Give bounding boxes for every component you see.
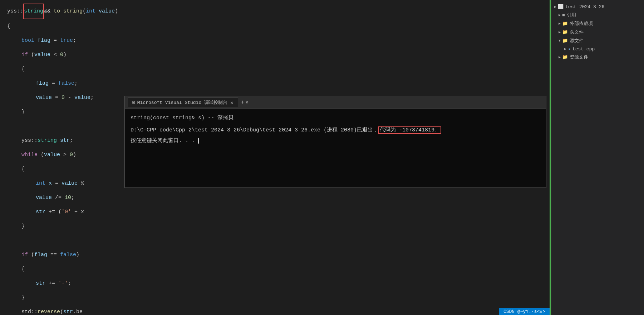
sidebar-item-references[interactable]: ▶ ■ 引用: [551, 11, 644, 19]
code-token: ==: [47, 248, 60, 262]
code-token: >: [60, 148, 70, 162]
code-token: ;: [90, 91, 94, 105]
sidebar-item-label-project: test 2024 3 26: [565, 4, 604, 10]
code-token: if: [21, 48, 28, 62]
sidebar-item-resource-files[interactable]: ▶ 📁 资源文件: [551, 53, 644, 61]
sidebar-item-project[interactable]: ▶ ⬜ test 2024 3 26: [551, 3, 644, 11]
code-token: value: [34, 48, 50, 62]
console-text-line3: 按任意键关闭此窗口. . .: [131, 138, 195, 144]
sidebar-item-label-source-files: 源文件: [570, 38, 584, 44]
code-token: ;: [68, 276, 71, 291]
console-exit-code: 代码为 -1073741819。: [378, 126, 441, 134]
code-token: -: [65, 91, 74, 105]
code-token: false: [60, 248, 76, 262]
code-panel: yss::string&& to_string(int value) { boo…: [0, 0, 550, 315]
sidebar-item-external-deps[interactable]: ▶ 📁 外部依赖项: [551, 19, 644, 28]
console-text-line1: string(const string& s) -- 深拷贝: [131, 115, 233, 121]
code-token: [45, 176, 49, 191]
code-token: str: [36, 205, 45, 219]
sidebar-item-source-files[interactable]: ▼ 📁 源文件: [551, 36, 644, 45]
code-token: reverse: [38, 305, 60, 315]
project-icon: ⬜: [558, 4, 564, 10]
code-line-6: flag = false;: [0, 76, 550, 91]
code-token: [57, 134, 60, 148]
code-token: }: [21, 105, 25, 119]
code-line-16: }: [0, 219, 550, 234]
code-line-4: if (value < 0): [0, 48, 550, 62]
code-line-2: {: [0, 19, 550, 34]
code-token: =: [52, 91, 62, 105]
solution-tree: ▶ ⬜ test 2024 3 26 ▶ ■ 引用 ▶ 📁 外部依赖项 ▶ 📁 …: [551, 0, 644, 64]
code-token: 0: [62, 91, 65, 105]
code-token: string: [38, 134, 57, 148]
sidebar-item-header-files[interactable]: ▶ 📁 头文件: [551, 28, 644, 36]
code-line-empty2: [0, 234, 550, 248]
chevron-right-icon: ▶: [554, 5, 556, 9]
console-dropdown-button[interactable]: ∨: [246, 100, 248, 105]
code-line-22: std::reverse(str.be: [0, 305, 550, 315]
code-token: ): [76, 248, 79, 262]
code-token: ): [115, 4, 118, 19]
code-token: std::: [21, 305, 38, 315]
code-token: (: [38, 148, 44, 162]
sidebar-item-test-cpp[interactable]: ▶ ✦ test.cpp: [551, 45, 644, 53]
code-token: bool: [21, 34, 34, 48]
code-token: value: [99, 4, 115, 19]
code-token: &&: [44, 4, 54, 19]
code-token: 0: [70, 148, 73, 162]
console-text-line2-prefix: D:\C-CPP_code\Cpp_2\test_2024_3_26\Debug…: [131, 127, 378, 133]
code-token: (: [28, 48, 34, 62]
console-cursor: [198, 138, 199, 144]
console-window: ⊡ Microsoft Visual Studio 调试控制台 ✕ + ∨ st…: [124, 96, 546, 188]
code-token: int: [36, 176, 45, 191]
code-token: }: [21, 291, 25, 305]
chevron-right-icon: ▶: [559, 30, 561, 34]
chevron-right-icon: ▶: [559, 21, 561, 26]
code-token: =: [49, 76, 58, 91]
code-token: value: [36, 191, 52, 205]
code-line-14: value /= 10;: [0, 191, 550, 205]
chevron-right-icon: ▶: [559, 55, 561, 59]
code-line-15: str += ('0' + x: [0, 205, 550, 219]
console-tab[interactable]: ⊡ Microsoft Visual Studio 调试控制台 ✕: [128, 98, 238, 107]
code-token: flag: [36, 76, 49, 91]
sidebar-item-label-references: 引用: [567, 12, 576, 18]
code-token: {: [21, 162, 25, 176]
code-token: value: [62, 176, 78, 191]
code-token: true: [60, 34, 73, 48]
code-token: (: [83, 4, 86, 19]
folder-icon: 📁: [562, 29, 568, 35]
code-token: /=: [52, 191, 65, 205]
console-add-button[interactable]: +: [241, 99, 245, 106]
console-line1: string(const string& s) -- 深拷贝: [131, 114, 540, 122]
code-token: + x: [71, 205, 84, 219]
code-token: ;: [70, 134, 73, 148]
sidebar-item-label-external-deps: 外部依赖项: [570, 20, 593, 27]
code-token: to_string: [54, 4, 83, 19]
code-token: {: [7, 19, 10, 34]
console-titlebar: ⊡ Microsoft Visual Studio 调试控制台 ✕ + ∨: [125, 96, 546, 109]
code-token: str: [63, 305, 73, 315]
code-token: [34, 34, 38, 48]
code-token: ;: [74, 76, 78, 91]
code-token: flag: [34, 248, 47, 262]
console-close-button[interactable]: ✕: [230, 100, 233, 106]
code-line-20: str += '-';: [0, 276, 550, 291]
console-body: string(const string& s) -- 深拷贝 D:\C-CPP_…: [125, 109, 546, 188]
code-token: '0': [62, 205, 71, 219]
code-token: +=: [45, 276, 58, 291]
code-token: value: [74, 91, 90, 105]
code-token-redbox: string: [23, 4, 44, 19]
code-token: .be: [73, 305, 83, 315]
code-token: str: [36, 276, 45, 291]
code-token: '-': [58, 276, 68, 291]
code-token: }: [21, 219, 25, 234]
code-line-3: bool flag = true;: [0, 34, 550, 48]
code-token: 10: [65, 191, 71, 205]
code-token: ;: [71, 191, 74, 205]
code-token: false: [58, 76, 74, 91]
code-token: %: [78, 176, 84, 191]
sidebar-item-label-resource-files: 资源文件: [570, 54, 588, 60]
sidebar-item-label-header-files: 头文件: [570, 29, 584, 35]
code-token: yss::: [7, 4, 23, 19]
